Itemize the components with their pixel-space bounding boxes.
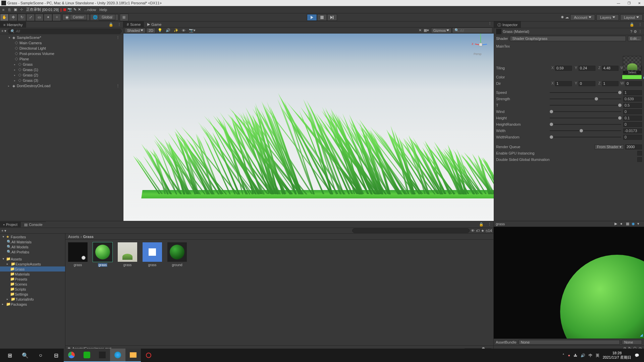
preview-env-icon[interactable]: ◉ (632, 222, 636, 226)
panel-menu-icon[interactable]: ⋮ (115, 22, 123, 27)
slider-value[interactable] (623, 109, 642, 114)
slider-track[interactable] (550, 111, 621, 112)
tray-ime-lang[interactable]: 英 (596, 353, 599, 358)
scene-search[interactable]: 🔍 All (452, 27, 492, 33)
hierarchy-item[interactable]: Post-process Volume (0, 51, 123, 56)
hierarchy-item[interactable]: Main Camera (0, 40, 123, 46)
layers-dropdown[interactable]: Layers (596, 14, 619, 20)
tray-ime-mode[interactable]: 中 (589, 353, 592, 358)
dir-z[interactable] (602, 81, 619, 86)
hierarchy-item[interactable]: ▸Grass (1) (0, 67, 123, 72)
material-preview[interactable]: ◢ (494, 227, 644, 339)
recorder-icon[interactable] (141, 349, 156, 362)
render-queue-mode[interactable]: From Shader ▾ (595, 144, 624, 149)
folder-item[interactable]: 📁Grass (0, 266, 65, 272)
asset-item[interactable]: grass (93, 242, 112, 267)
inspector-tab[interactable]: ⓘ Inspector (494, 21, 521, 28)
menubtn-pin[interactable]: ⊹ (19, 7, 24, 12)
preview-light-icon[interactable]: ▦ (626, 222, 631, 226)
2d-toggle[interactable]: 2D (146, 28, 156, 33)
scene-viewport[interactable]: Persp (123, 34, 494, 221)
slider-value[interactable] (623, 90, 642, 95)
menu-icon[interactable]: ⋮ (638, 29, 642, 34)
folder-item[interactable]: 📁Presets (0, 277, 65, 282)
dir-x[interactable] (555, 81, 572, 86)
tiling-z[interactable] (602, 66, 619, 71)
assetbundle-dropdown[interactable]: None (519, 340, 620, 345)
create-dropdown[interactable]: + ▾ (1, 29, 6, 33)
lighting-icon[interactable]: 💡 (156, 28, 164, 33)
render-queue-value[interactable] (625, 144, 642, 149)
hierarchy-item[interactable]: Plane (0, 56, 123, 62)
dir-w[interactable] (625, 81, 642, 86)
menubtn-copy[interactable]: ⎘ (7, 7, 12, 12)
menu-help[interactable]: Help (100, 8, 107, 12)
fav-item[interactable]: 🔍All Materials (0, 239, 65, 244)
menubtn-crop[interactable]: ▣ (13, 7, 18, 12)
fav-item[interactable]: 🔍All Prefabs (0, 249, 65, 254)
maximize-button[interactable]: ❐ (628, 1, 631, 5)
assets-root[interactable]: ▼📁Assets (0, 256, 65, 261)
transform-tool[interactable]: ✦ (44, 14, 52, 21)
shader-dropdown[interactable]: Shader Graphs/grass (510, 36, 626, 41)
packages-root[interactable]: ▸📁Packages (0, 302, 65, 307)
explorer-icon[interactable] (125, 349, 141, 362)
tray-icon[interactable]: ● (568, 353, 570, 357)
camera-icon[interactable]: 📷 (67, 7, 72, 12)
wechat-icon[interactable] (79, 349, 95, 362)
folder-item[interactable]: 📁Scenes (0, 282, 65, 287)
pause-icon[interactable]: || (60, 8, 62, 12)
breadcrumb-root[interactable]: Assets (68, 235, 79, 239)
rect-tool[interactable]: ▭ (35, 14, 44, 21)
ddol-root[interactable]: ▸◈DontDestroyOnLoad⋮ (0, 83, 123, 88)
move-tool[interactable]: ✥ (9, 14, 17, 21)
filter-icon[interactable]: 👁 (471, 229, 475, 233)
expand-icon[interactable]: ◢ (640, 333, 643, 337)
dir-y[interactable] (579, 81, 595, 86)
start-button[interactable]: ⊞ (2, 349, 17, 362)
hierarchy-item[interactable]: Directional Light (0, 46, 123, 51)
eyedropper-icon[interactable]: 💧 (642, 75, 644, 79)
slider-value[interactable] (623, 122, 642, 127)
collab-icon[interactable]: ✺ (561, 15, 564, 19)
asset-item[interactable]: grass (68, 242, 88, 267)
slider-track[interactable] (550, 130, 621, 131)
scene-vis-icon[interactable]: 👁 (180, 28, 187, 33)
breadcrumb-current[interactable]: Grass (83, 235, 94, 239)
menu-window[interactable]: ...ndow (84, 8, 96, 12)
lock-icon[interactable]: 🔒 (107, 22, 115, 27)
search-button[interactable]: 🔍 (17, 349, 33, 362)
project-search[interactable] (352, 228, 470, 233)
notifications-icon[interactable]: 💬 (635, 353, 639, 358)
fav-item[interactable]: 🔍All Models (0, 244, 65, 249)
fx-icon[interactable]: ✨ (172, 28, 180, 33)
preview-menu-icon[interactable]: ▾ (637, 222, 642, 226)
panel-menu-icon[interactable]: ⋮ (636, 22, 644, 27)
stop-icon[interactable] (63, 8, 66, 11)
audio-icon[interactable]: 🔊 (164, 28, 172, 33)
hierarchy-item[interactable]: ▸Grass (2) (0, 72, 123, 78)
pause-button[interactable] (317, 14, 327, 21)
scene-root[interactable]: ▼◈SampleScene*⋮ (0, 35, 123, 40)
rotate-tool[interactable]: ↻ (17, 14, 26, 21)
panel-menu-icon[interactable]: ⋮ (486, 222, 493, 227)
hand-tool[interactable]: ✋ (0, 14, 9, 21)
shader-edit-button[interactable]: Edit... (628, 36, 642, 41)
snap-toggle[interactable]: ⊞ (120, 14, 128, 21)
tiling-x[interactable] (555, 66, 572, 71)
close-button[interactable]: ✕ (638, 1, 641, 5)
preset-icon[interactable]: ⚙ (634, 29, 637, 34)
clear-icon[interactable]: ✕ (419, 28, 422, 33)
chrome-icon[interactable] (64, 349, 79, 362)
slider-value[interactable] (623, 135, 642, 140)
grid-icon[interactable]: ▦▾ (422, 28, 430, 33)
gpu-instancing-checkbox[interactable] (637, 151, 642, 156)
hierarchy-tab[interactable]: ≡ Hierarchy (0, 22, 26, 27)
preview-sphere-icon[interactable]: ● (620, 222, 625, 226)
unity-icon[interactable] (110, 349, 125, 362)
tray-volume-icon[interactable]: 🔊 (581, 353, 585, 358)
step-button[interactable] (327, 14, 337, 21)
slider-value[interactable] (623, 103, 642, 108)
slider-track[interactable] (550, 105, 621, 106)
double-sided-checkbox[interactable] (637, 157, 642, 162)
